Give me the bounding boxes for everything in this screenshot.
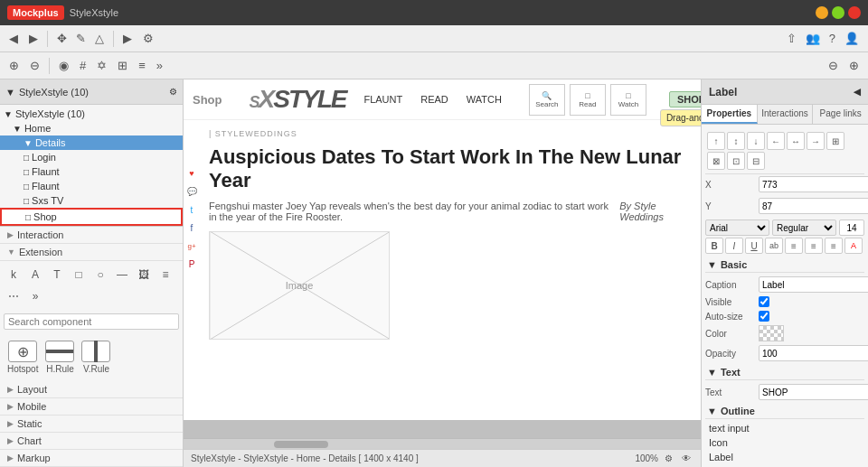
tree-item-fashion[interactable]: □ Flaunt [0, 179, 183, 193]
tb2-btn7[interactable]: ≡ [135, 57, 149, 74]
section-chart[interactable]: ▶ Chart [0, 433, 183, 450]
section-static[interactable]: ▶ Static [0, 416, 183, 433]
send-back[interactable]: ⊟ [747, 152, 765, 170]
align-center-text[interactable]: ≡ [805, 238, 823, 254]
font-family-select[interactable]: Arial [705, 219, 769, 236]
opacity-input[interactable] [759, 345, 868, 361]
ext-vrule[interactable]: V.Rule [81, 341, 110, 374]
autosize-checkbox[interactable] [759, 311, 769, 322]
heart-btn[interactable]: ♥ [184, 165, 200, 182]
tool-icon-rect[interactable]: □ [69, 265, 89, 285]
tree-item-root[interactable]: ▼ StyleXstyle (10) [0, 107, 183, 121]
nav-read-box[interactable]: □ Read [570, 84, 606, 116]
tool-icon-circle[interactable]: ○ [90, 265, 110, 285]
tb2-btn3[interactable]: ◉ [55, 57, 72, 74]
section-extension[interactable]: ▼ Extension [0, 244, 183, 261]
user-btn[interactable]: 👤 [841, 30, 863, 47]
nav-flaunt[interactable]: FLAUNT [363, 94, 402, 105]
preview-btn[interactable]: ⚙ [139, 30, 157, 47]
outline-label-1[interactable]: Label [705, 450, 864, 464]
tb2-btn1[interactable]: ⊕ [5, 57, 23, 74]
maximize-btn[interactable] [832, 6, 844, 19]
comment-btn[interactable]: 💬 [184, 183, 200, 200]
underline-btn[interactable]: U [745, 238, 763, 254]
back-btn[interactable]: ◀ [5, 30, 22, 47]
strikethrough-btn[interactable]: ab [765, 238, 783, 254]
facebook-btn[interactable]: f [184, 219, 200, 236]
play-btn[interactable]: ▶ [119, 30, 136, 47]
twitter-btn[interactable]: t [184, 201, 200, 218]
left-panel-settings[interactable]: ⚙ [169, 87, 177, 97]
tb2-btn6[interactable]: ⊞ [114, 57, 131, 74]
preview-icon-btn[interactable]: 👁 [679, 453, 693, 464]
tree-item-flaunt[interactable]: □ Flaunt [0, 164, 183, 179]
tree-item-home[interactable]: ▼ Home [0, 121, 183, 135]
section-mobile[interactable]: ▶ Mobile [0, 398, 183, 416]
help-btn[interactable]: ? [826, 30, 839, 47]
share-btn[interactable]: ⇧ [783, 30, 800, 47]
y-input[interactable] [759, 198, 868, 214]
dist-h[interactable]: ⊞ [826, 132, 844, 150]
tb2-btn4[interactable]: # [76, 57, 90, 74]
gplus-btn[interactable]: g+ [184, 238, 200, 254]
visible-checkbox[interactable] [759, 296, 769, 307]
align-bottom[interactable]: ↓ [747, 132, 765, 150]
tree-item-login[interactable]: □ Login [0, 150, 183, 164]
nav-read[interactable]: READ [420, 94, 448, 105]
tool-select[interactable]: ✥ [53, 30, 71, 47]
collab-btn[interactable]: 👥 [802, 30, 824, 47]
tool-icon-text[interactable]: T [47, 265, 67, 285]
minimize-btn[interactable] [816, 6, 828, 19]
section-interaction[interactable]: ▶ Interaction [0, 227, 183, 244]
canvas-area[interactable]: Shop SXSTYLE FLAUNT READ WATCH 🔍 [184, 79, 701, 438]
tool-icon-more[interactable]: ⋯ [4, 286, 24, 306]
tab-page-links[interactable]: Page links [813, 105, 868, 124]
bring-front[interactable]: ⊡ [727, 152, 745, 170]
text-value-input[interactable] [759, 384, 868, 400]
tab-interactions[interactable]: Interactions [758, 105, 814, 124]
tool-icon-list[interactable]: ≡ [156, 265, 175, 285]
tab-properties[interactable]: Properties [702, 105, 758, 124]
nav-watch-box[interactable]: □ Watch [610, 84, 646, 116]
ext-hrule[interactable]: H.Rule [45, 341, 74, 374]
text-color-btn[interactable]: A [844, 238, 863, 254]
tb2-btn2[interactable]: ⊖ [26, 57, 43, 74]
align-vcenter[interactable]: ↕ [727, 132, 745, 150]
tool-shape[interactable]: △ [91, 30, 108, 47]
caption-input[interactable] [759, 276, 868, 293]
tb2-btn8[interactable]: » [153, 57, 166, 74]
tree-item-shop[interactable]: □ Shop [0, 208, 183, 226]
right-panel-collapse[interactable]: ◀ [854, 87, 861, 97]
tb2-btn5[interactable]: ✡ [93, 57, 110, 74]
pinterest-btn[interactable]: P [184, 256, 200, 272]
align-top[interactable]: ↑ [707, 132, 725, 150]
tool-icon-a[interactable]: A [25, 265, 45, 285]
forward-btn[interactable]: ▶ [25, 30, 42, 47]
nav-watch[interactable]: WATCH [467, 94, 502, 105]
zoom-in[interactable]: ⊕ [845, 57, 863, 74]
tree-item-details[interactable]: ▼ Details [0, 135, 183, 150]
zoom-out[interactable]: ⊖ [825, 57, 842, 74]
component-search-input[interactable] [4, 313, 179, 330]
settings-icon-btn[interactable]: ⚙ [662, 453, 675, 464]
tool-pen[interactable]: ✎ [72, 30, 90, 47]
tool-icon-image[interactable]: 🖼 [134, 265, 154, 285]
ext-hotspot[interactable]: ⊕ Hotspot [7, 341, 38, 374]
tool-icon-extra[interactable]: » [25, 286, 45, 306]
font-style-select[interactable]: Regular [772, 219, 836, 236]
align-left[interactable]: ← [767, 132, 785, 150]
align-right-text[interactable]: ≡ [825, 238, 843, 254]
italic-btn[interactable]: I [725, 238, 743, 254]
nav-search-box[interactable]: 🔍 Search [529, 84, 565, 116]
align-left-text[interactable]: ≡ [785, 238, 803, 254]
section-markup[interactable]: ▶ Markup [0, 450, 183, 467]
tool-icon-k[interactable]: k [4, 265, 24, 285]
bold-btn[interactable]: B [705, 238, 723, 254]
outline-text-input[interactable]: text input [705, 421, 864, 435]
tree-item-sxstv[interactable]: □ Sxs TV [0, 193, 183, 208]
section-layout[interactable]: ▶ Layout [0, 381, 183, 398]
align-hcenter[interactable]: ↔ [787, 132, 805, 150]
x-input[interactable] [759, 176, 868, 192]
align-right[interactable]: → [807, 132, 825, 150]
close-btn[interactable] [848, 6, 861, 19]
